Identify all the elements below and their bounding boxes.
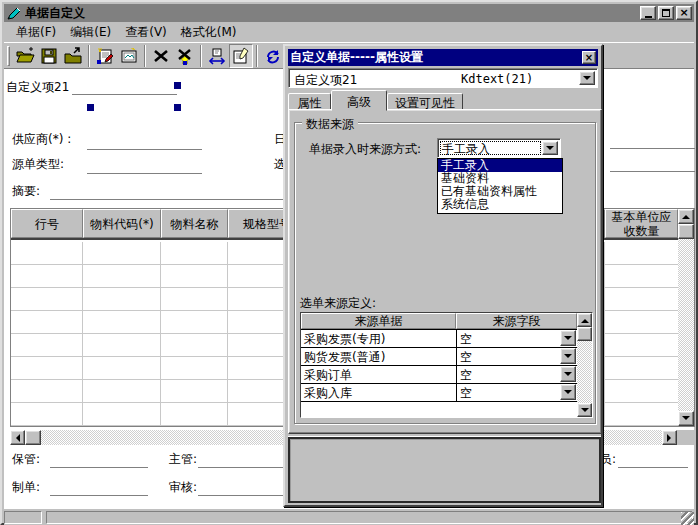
tab-advanced[interactable]: 高级 (331, 90, 387, 111)
delete-button[interactable] (149, 44, 173, 68)
arrow-left-icon (12, 434, 20, 442)
scrollbar-thumb[interactable] (25, 430, 41, 445)
source-doc-cell: 采购发票(专用) (301, 330, 456, 347)
field-dropdown-button[interactable] (560, 384, 576, 400)
selection-handle[interactable] (174, 104, 181, 111)
source-mode-dropdown-list: 手工录入 基础资料 已有基础资料属性 系统信息 (437, 158, 563, 214)
toolbar-grip[interactable] (7, 46, 10, 66)
menu-document[interactable]: 单据(F) (9, 22, 63, 43)
delete-field-button[interactable] (173, 44, 197, 68)
select-doc-input[interactable] (610, 171, 695, 172)
dialog-title: 自定义单据-----属性设置 (290, 49, 582, 66)
clerk-input[interactable] (618, 467, 688, 468)
tab-visibility[interactable]: 设置可见性 (387, 93, 463, 110)
field-selector-combobox[interactable]: 自定义项21 Kdtext(21) (288, 68, 598, 88)
source-field-cell: 空 (460, 350, 472, 364)
scroll-down-button[interactable] (678, 411, 694, 426)
vertical-scrollbar[interactable] (678, 209, 694, 426)
refresh-icon (263, 46, 283, 66)
grid-line (160, 242, 161, 426)
source-field-cell: 空 (460, 368, 472, 382)
status-bar (4, 509, 694, 525)
summary-input[interactable] (50, 199, 306, 200)
main-window: 单据自定义 × 单据(F) 编辑(E) 查看(V) 格式化(M) (0, 0, 698, 525)
scroll-left-button[interactable] (10, 430, 25, 445)
custom-field-label[interactable]: 自定义项21 (6, 79, 69, 96)
table-row[interactable]: 采购入库 空 (301, 384, 577, 402)
status-cell (4, 511, 42, 524)
table-row[interactable]: 购货发票(普通) 空 (301, 348, 577, 366)
supervisor-input[interactable] (198, 467, 283, 468)
close-button[interactable]: × (676, 6, 692, 20)
source-mode-combobox[interactable]: 手工录入 (437, 138, 561, 158)
menu-format[interactable]: 格式化(M) (174, 22, 244, 43)
column-header[interactable]: 物料代码(*) (83, 209, 161, 238)
maximize-icon (662, 9, 670, 17)
scrollbar-thumb[interactable] (577, 327, 592, 341)
column-header[interactable]: 物料名称 (161, 209, 228, 238)
minimize-button[interactable] (640, 6, 656, 20)
source-type-input[interactable] (87, 173, 202, 174)
date-input[interactable] (610, 148, 695, 149)
menu-view[interactable]: 查看(V) (118, 22, 174, 43)
column-header[interactable]: 基本单位应收数量 (605, 209, 678, 238)
maximize-button[interactable] (658, 6, 674, 20)
reviewer-input[interactable] (198, 495, 283, 496)
delete-icon (151, 46, 171, 66)
close-folder-button[interactable] (61, 44, 85, 68)
preparer-input[interactable] (50, 495, 148, 496)
supplier-input[interactable] (87, 149, 202, 150)
table-row[interactable]: 采购发票(专用) 空 (301, 330, 577, 348)
scrollbar-thumb[interactable] (678, 224, 694, 239)
toolbar-separator (144, 45, 146, 67)
vertical-scrollbar[interactable] (577, 313, 592, 417)
template-button[interactable] (117, 44, 141, 68)
keeper-input[interactable] (50, 467, 148, 468)
open-button[interactable] (13, 44, 37, 68)
arrow-down-icon (546, 146, 554, 154)
scroll-up-button[interactable] (678, 209, 694, 224)
dropdown-option[interactable]: 系统信息 (438, 198, 562, 211)
scroll-right-button[interactable] (662, 430, 677, 445)
dialog-title-bar: 自定义单据-----属性设置 × (288, 49, 598, 66)
column-header[interactable]: 行号 (11, 209, 83, 238)
new-field-button[interactable] (93, 44, 117, 68)
table-row[interactable]: 采购订单 空 (301, 366, 577, 384)
status-cell (46, 511, 693, 524)
source-mode-dropdown-button[interactable] (542, 141, 558, 155)
source-mode-value: 手工录入 (440, 141, 541, 155)
close-folder-icon (63, 46, 83, 66)
save-button[interactable] (37, 44, 61, 68)
arrow-down-icon (564, 390, 572, 398)
source-doc-cell: 购货发票(普通) (301, 348, 456, 365)
property-settings-dialog: 自定义单据-----属性设置 × 自定义项21 Kdtext(21) 属性 高级… (283, 44, 603, 507)
refresh-button[interactable] (261, 44, 285, 68)
custom-field-input[interactable] (72, 94, 177, 95)
field-dropdown-button[interactable] (560, 366, 576, 382)
preparer-label: 制单: (12, 479, 40, 496)
field-width-button[interactable] (205, 44, 229, 68)
toolbar-separator (88, 45, 90, 67)
field-selector-type: Kdtext(21) (461, 72, 533, 86)
close-icon: × (679, 8, 688, 18)
selection-handle[interactable] (87, 104, 94, 111)
properties-button[interactable] (229, 44, 253, 68)
toolbar-separator (200, 45, 202, 67)
menu-edit[interactable]: 编辑(E) (63, 22, 118, 43)
selection-handle[interactable] (174, 82, 181, 89)
arrow-right-icon (667, 434, 675, 442)
source-doc-cell: 采购入库 (301, 384, 456, 401)
field-selector-dropdown-button[interactable] (579, 71, 595, 85)
tab-properties[interactable]: 属性 (288, 93, 331, 110)
summary-label: 摘要: (12, 183, 40, 200)
app-pen-icon (6, 6, 22, 21)
reviewer-label: 审核: (169, 479, 197, 496)
field-dropdown-button[interactable] (560, 348, 576, 364)
scroll-down-button[interactable] (577, 403, 592, 417)
arrow-down-icon (564, 336, 572, 344)
field-dropdown-button[interactable] (560, 330, 576, 346)
dialog-close-button[interactable]: × (582, 51, 596, 64)
data-source-group-title: 数据来源 (302, 116, 358, 133)
resize-grip[interactable] (681, 512, 694, 525)
scroll-up-button[interactable] (577, 313, 592, 327)
